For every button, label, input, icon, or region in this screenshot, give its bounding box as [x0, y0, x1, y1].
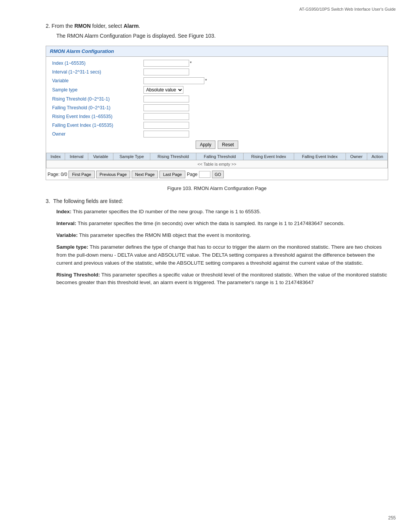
- step-3-text: The following fields are listed:: [53, 198, 123, 204]
- next-page-button[interactable]: Next Page: [132, 171, 158, 178]
- description-block: Index: This parameter specifies the ID n…: [56, 208, 388, 287]
- input-rising-threshold[interactable]: [143, 96, 189, 102]
- col-falling-event-index: Falling Event Index: [294, 153, 346, 160]
- col-index: Index: [46, 153, 65, 160]
- form-row-falling-event-index: Falling Event Index (1~65535): [52, 122, 382, 129]
- previous-page-button[interactable]: Previous Page: [96, 171, 131, 178]
- input-falling-threshold[interactable]: [143, 104, 189, 111]
- input-interval[interactable]: [143, 69, 189, 75]
- form-row-index: Index (1~65535) *: [52, 60, 382, 67]
- col-falling-threshold: Falling Threshold: [196, 153, 244, 160]
- label-interval: Interval (1~2^31-1 secs): [52, 69, 143, 75]
- step-3: 3. The following fields are listed:: [46, 198, 388, 204]
- form-row-interval: Interval (1~2^31-1 secs): [52, 69, 382, 75]
- page-number-input[interactable]: [199, 171, 210, 178]
- last-page-button[interactable]: Last Page: [159, 171, 185, 178]
- desc-variable: Variable: This parameter specifies the R…: [56, 232, 388, 240]
- asterisk-variable: *: [205, 78, 207, 83]
- page-number: 255: [388, 515, 396, 521]
- step-2-subtext: The RMON Alarm Configuration Page is dis…: [56, 33, 388, 39]
- col-variable: Variable: [88, 153, 113, 160]
- first-page-button[interactable]: First Page: [68, 171, 94, 178]
- table-empty-row: << Table is empty >>: [46, 160, 388, 168]
- col-interval: Interval: [65, 153, 88, 160]
- col-rising-threshold: Rising Threshold: [150, 153, 196, 160]
- input-owner[interactable]: [143, 131, 189, 137]
- form-button-row: Apply Reset: [52, 141, 382, 149]
- form-row-falling-threshold: Falling Threshold (0~2^31-1): [52, 104, 382, 111]
- page-label: Page: [187, 172, 198, 177]
- figure-caption: Figure 103. RMON Alarm Configuration Pag…: [46, 185, 388, 191]
- apply-button[interactable]: Apply: [196, 141, 215, 149]
- input-rising-event-index[interactable]: [143, 113, 189, 120]
- col-action: Action: [367, 153, 388, 160]
- step-3-number: 3.: [46, 198, 50, 204]
- alarm-data-table: Index Interval Variable Sample Type Risi…: [46, 153, 388, 168]
- input-falling-event-index[interactable]: [143, 122, 189, 129]
- label-owner: Owner: [52, 131, 143, 137]
- asterisk-index: *: [190, 61, 192, 66]
- step-number: 2.: [46, 23, 50, 29]
- form-row-sample-type: Sample type Absolute value Delta value: [52, 86, 382, 94]
- col-rising-event-index: Rising Event Index: [243, 153, 294, 160]
- label-index: Index (1~65535): [52, 61, 143, 66]
- rmon-alarm-config-box: RMON Alarm Configuration Index (1~65535)…: [46, 46, 388, 180]
- header-title: AT-GS950/10PS Switch Web Interface User'…: [299, 7, 396, 11]
- label-sample-type: Sample type: [52, 87, 143, 93]
- input-variable[interactable]: [143, 77, 204, 84]
- go-button[interactable]: GO: [212, 171, 224, 178]
- page-footer: 255: [0, 511, 411, 524]
- label-rising-event-index: Rising Event Index (1~65535): [52, 114, 143, 119]
- step-2: 2. From the RMON folder, select Alarm.: [46, 23, 388, 29]
- page-header: AT-GS950/10PS Switch Web Interface User'…: [0, 0, 411, 11]
- label-rising-threshold: Rising Threshold (0~2^31-1): [52, 96, 143, 102]
- form-row-variable: Variable *: [52, 77, 382, 84]
- form-row-owner: Owner: [52, 131, 382, 137]
- desc-rising-threshold: Rising Threshold: This parameter specifi…: [56, 271, 388, 287]
- table-empty-text: << Table is empty >>: [46, 160, 388, 168]
- reset-button[interactable]: Reset: [218, 141, 238, 149]
- label-variable: Variable: [52, 78, 143, 83]
- desc-sample-type: Sample type: This parameter defines the …: [56, 243, 388, 267]
- desc-interval: Interval: This parameter specifies the t…: [56, 220, 388, 228]
- config-form: Index (1~65535) * Interval (1~2^31-1 sec…: [46, 57, 388, 153]
- label-falling-threshold: Falling Threshold (0~2^31-1): [52, 105, 143, 110]
- select-sample-type[interactable]: Absolute value Delta value: [143, 86, 183, 94]
- form-row-rising-threshold: Rising Threshold (0~2^31-1): [52, 96, 382, 102]
- col-owner: Owner: [346, 153, 367, 160]
- input-index[interactable]: [143, 60, 189, 67]
- form-row-rising-event-index: Rising Event Index (1~65535): [52, 113, 382, 120]
- pagination-row: Page: 0/0 First Page Previous Page Next …: [46, 168, 388, 180]
- col-sample-type: Sample Type: [113, 153, 150, 160]
- label-falling-event-index: Falling Event Index (1~65535): [52, 123, 143, 128]
- desc-index: Index: This parameter specifies the ID n…: [56, 208, 388, 216]
- config-title: RMON Alarm Configuration: [46, 46, 388, 57]
- page-info: Page: 0/0: [48, 172, 67, 177]
